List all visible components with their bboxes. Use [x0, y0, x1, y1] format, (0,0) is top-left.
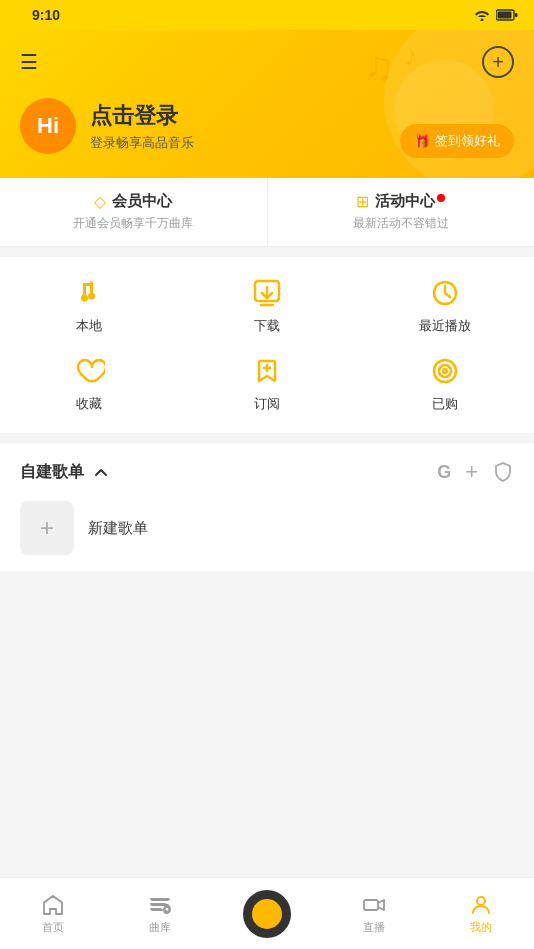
- music-note-icon: [73, 277, 105, 309]
- quick-item-local[interactable]: 本地: [0, 277, 178, 335]
- status-time: 9:10: [32, 7, 60, 23]
- purchased-label: 已购: [432, 395, 458, 413]
- new-playlist-item[interactable]: + 新建歌单: [20, 501, 514, 555]
- member-center-cell[interactable]: ◇ 会员中心 开通会员畅享千万曲库: [0, 178, 268, 246]
- recent-label: 最近播放: [419, 317, 471, 335]
- clock-icon: [429, 277, 461, 309]
- deco-music-notes: ♫ ♪: [364, 40, 444, 110]
- member-cell-top: ◇ 会员中心: [94, 192, 172, 211]
- bottom-nav: 首页 曲库 直播: [0, 877, 534, 949]
- nav-item-library[interactable]: 曲库: [107, 893, 214, 935]
- nav-item-live[interactable]: 直播: [320, 893, 427, 935]
- new-playlist-label: 新建歌单: [88, 519, 148, 538]
- library-label: 曲库: [149, 920, 171, 935]
- playlist-title: 自建歌单: [20, 462, 84, 483]
- svg-rect-26: [364, 900, 378, 910]
- play-inner-disc: [249, 896, 285, 932]
- menu-icon[interactable]: ☰: [20, 50, 38, 74]
- quick-item-download[interactable]: 下载: [178, 277, 356, 335]
- hero-text: 点击登录 登录畅享高品音乐: [90, 101, 194, 152]
- add-button[interactable]: +: [482, 46, 514, 78]
- live-label: 直播: [363, 920, 385, 935]
- svg-point-9: [88, 293, 95, 300]
- subscribe-label: 订阅: [254, 395, 280, 413]
- playlist-header-right: G +: [437, 459, 514, 485]
- nav-item-home[interactable]: 首页: [0, 893, 107, 935]
- play-button[interactable]: [243, 890, 291, 938]
- add-thumb-icon: +: [40, 514, 54, 542]
- status-bar: 9:10: [0, 0, 534, 30]
- svg-rect-1: [498, 12, 512, 19]
- activity-icon: ⊞: [356, 192, 369, 211]
- home-icon: [41, 893, 65, 917]
- svg-point-27: [477, 897, 485, 905]
- quick-row-1: 本地 下载 最近播放: [0, 267, 534, 345]
- member-icon: ◇: [94, 192, 106, 211]
- nav-item-play[interactable]: [214, 890, 321, 938]
- new-playlist-thumb: +: [20, 501, 74, 555]
- activity-subtitle: 最新活动不容错过: [353, 215, 449, 232]
- quick-item-favorites[interactable]: 收藏: [0, 355, 178, 413]
- checkin-label: 签到领好礼: [435, 132, 500, 150]
- chevron-up-icon: [92, 463, 110, 481]
- avatar: Hi: [20, 98, 76, 154]
- activity-cell-top: ⊞ 活动中心: [356, 192, 445, 211]
- svg-point-17: [439, 365, 451, 377]
- quick-row-2: 收藏 订阅 已购: [0, 345, 534, 423]
- video-icon: [362, 893, 386, 917]
- quick-item-subscribe[interactable]: 订阅: [178, 355, 356, 413]
- add-playlist-icon[interactable]: +: [465, 459, 478, 485]
- checkin-icon: 🎁: [414, 134, 430, 149]
- shield-icon[interactable]: [492, 461, 514, 483]
- login-title: 点击登录: [90, 101, 194, 131]
- svg-point-8: [81, 295, 88, 302]
- svg-text:♪: ♪: [404, 40, 418, 71]
- mine-label: 我的: [470, 920, 492, 935]
- user-icon: [469, 893, 493, 917]
- playlist-section: 自建歌单 G + + 新建歌单: [0, 443, 534, 571]
- svg-text:♫: ♫: [364, 44, 394, 88]
- quick-item-purchased[interactable]: 已购: [356, 355, 534, 413]
- activity-center-cell[interactable]: ⊞ 活动中心 最新活动不容错过: [268, 178, 535, 246]
- quick-item-recent[interactable]: 最近播放: [356, 277, 534, 335]
- playlist-header-left[interactable]: 自建歌单: [20, 462, 110, 483]
- member-title: 会员中心: [112, 192, 172, 211]
- svg-rect-7: [83, 283, 93, 286]
- nav-item-mine[interactable]: 我的: [427, 893, 534, 935]
- download-icon: [251, 277, 283, 309]
- member-activity-row: ◇ 会员中心 开通会员畅享千万曲库 ⊞ 活动中心 最新活动不容错过: [0, 178, 534, 247]
- battery-icon: [496, 9, 518, 21]
- svg-point-18: [443, 369, 447, 373]
- wifi-icon: [474, 9, 490, 21]
- quick-actions: 本地 下载 最近播放: [0, 257, 534, 433]
- activity-title: 活动中心: [375, 192, 435, 211]
- google-icon[interactable]: G: [437, 462, 451, 483]
- list-icon: [148, 893, 172, 917]
- svg-point-16: [434, 360, 456, 382]
- checkin-button[interactable]: 🎁 签到领好礼: [400, 124, 514, 158]
- home-label: 首页: [42, 920, 64, 935]
- favorites-label: 收藏: [76, 395, 102, 413]
- heart-icon: [73, 355, 105, 387]
- hero-header: ♫ ♪ ☰ + Hi 点击登录 登录畅享高品音乐 🎁 签到领好礼: [0, 30, 534, 178]
- local-label: 本地: [76, 317, 102, 335]
- playlist-header: 自建歌单 G +: [20, 459, 514, 485]
- download-label: 下载: [254, 317, 280, 335]
- svg-rect-2: [515, 13, 518, 17]
- member-subtitle: 开通会员畅享千万曲库: [73, 215, 193, 232]
- activity-dot: [437, 194, 445, 202]
- shop-icon: [429, 355, 461, 387]
- login-subtitle: 登录畅享高品音乐: [90, 134, 194, 152]
- bookmark-icon: [251, 355, 283, 387]
